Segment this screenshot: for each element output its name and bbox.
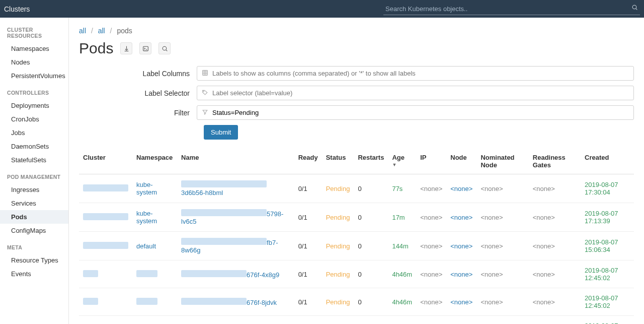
cell-readiness-gates: <none> xyxy=(529,232,581,261)
sidebar-item-namespaces[interactable]: Namespaces xyxy=(0,42,68,55)
label-columns-input[interactable] xyxy=(197,66,634,81)
cell-ip: <none> xyxy=(416,261,446,288)
cell-namespace xyxy=(132,316,177,325)
sort-caret-icon: ▼ xyxy=(392,162,412,167)
cell-name: 3d6b56-h8bml xyxy=(177,174,294,203)
col-namespace[interactable]: Namespace xyxy=(132,149,177,174)
breadcrumb-sep: / xyxy=(110,27,112,35)
sidebar-item-daemonsets[interactable]: DaemonSets xyxy=(0,140,68,153)
cell-node[interactable]: <none> xyxy=(446,316,476,325)
sidebar-item-pods[interactable]: Pods xyxy=(0,210,68,224)
col-nominated-node[interactable]: Nominated Node xyxy=(476,149,528,174)
page-title: Pods xyxy=(79,40,113,57)
search-input[interactable] xyxy=(383,3,640,15)
cell-status: Pending xyxy=(322,261,354,288)
breadcrumb-all-1[interactable]: all xyxy=(79,27,86,35)
sidebar-item-configmaps[interactable]: ConfigMaps xyxy=(0,224,68,237)
col-node[interactable]: Node xyxy=(446,149,476,174)
sidebar-item-deployments[interactable]: Deployments xyxy=(0,99,68,112)
table-row: kube-system3d6b56-h8bml0/1Pending077s<no… xyxy=(79,174,634,203)
cell-name: fb7-8w66g xyxy=(177,232,294,261)
node-link[interactable]: <none> xyxy=(450,298,472,306)
breadcrumb-all-2[interactable]: all xyxy=(98,27,105,35)
cell-nominated-node: <none> xyxy=(476,261,528,288)
cell-status: Pending xyxy=(322,316,354,325)
cell-age: 4h46m xyxy=(388,261,416,288)
col-name[interactable]: Name xyxy=(177,149,294,174)
filter-search-button[interactable] xyxy=(158,42,171,54)
cell-cluster xyxy=(79,203,132,232)
sidebar-item-persistentvolumes[interactable]: PersistentVolumes xyxy=(0,69,68,83)
cell-node[interactable]: <none> xyxy=(446,232,476,261)
cell-restarts: 0 xyxy=(354,203,388,232)
search-icon[interactable] xyxy=(631,4,638,12)
table-row: defaultfb7-8w66g0/1Pending0144m<none><no… xyxy=(79,232,634,261)
filter-label: Filter xyxy=(106,109,197,117)
cell-restarts: 0 xyxy=(354,232,388,261)
pods-table: ClusterNamespaceNameReadyStatusRestartsA… xyxy=(79,149,634,324)
svg-point-10 xyxy=(203,90,204,91)
col-cluster[interactable]: Cluster xyxy=(79,149,132,174)
namespace-link[interactable]: kube-system xyxy=(136,210,157,225)
submit-button[interactable]: Submit xyxy=(204,125,238,140)
redacted-text xyxy=(83,213,128,220)
cell-ip: <none> xyxy=(416,232,446,261)
namespace-link[interactable]: kube-system xyxy=(136,181,157,196)
download-button[interactable] xyxy=(120,42,132,54)
cell-age: 17m xyxy=(388,203,416,232)
sidebar-item-resource-types[interactable]: Resource Types xyxy=(0,253,68,267)
pod-name-link[interactable]: 3d6b56-h8bml xyxy=(181,189,223,197)
col-ip[interactable]: IP xyxy=(416,149,446,174)
sidebar-item-nodes[interactable]: Nodes xyxy=(0,55,68,69)
pod-name-link[interactable]: 676f-4x8g9 xyxy=(247,271,279,279)
sidebar-item-events[interactable]: Events xyxy=(0,267,68,281)
cell-cluster xyxy=(79,288,132,316)
terminal-button[interactable] xyxy=(139,42,151,54)
filter-input[interactable] xyxy=(197,105,634,120)
cell-namespace: default xyxy=(132,232,177,261)
cell-node[interactable]: <none> xyxy=(446,203,476,232)
cell-node[interactable]: <none> xyxy=(446,261,476,288)
col-ready[interactable]: Ready xyxy=(294,149,322,174)
page-header: Pods xyxy=(79,40,634,57)
cell-ready: 0/1 xyxy=(294,316,322,325)
col-created[interactable]: Created xyxy=(581,149,634,174)
node-link[interactable]: <none> xyxy=(450,214,472,221)
col-age[interactable]: Age▼ xyxy=(388,149,416,174)
col-status[interactable]: Status xyxy=(322,149,354,174)
node-link[interactable]: <none> xyxy=(450,271,472,278)
cell-restarts: 0 xyxy=(354,288,388,316)
svg-rect-2 xyxy=(143,46,148,51)
cell-ip: <none> xyxy=(416,174,446,203)
node-link[interactable]: <none> xyxy=(450,242,472,250)
label-selector-input[interactable] xyxy=(197,86,634,100)
cell-readiness-gates: <none> xyxy=(529,316,581,325)
cell-age: 4h46m xyxy=(388,288,416,316)
cell-ready: 0/1 xyxy=(294,203,322,232)
cell-node[interactable]: <none> xyxy=(446,288,476,316)
sidebar-item-statefulsets[interactable]: StatefulSets xyxy=(0,153,68,167)
cell-node[interactable]: <none> xyxy=(446,174,476,203)
cell-namespace xyxy=(132,261,177,288)
sidebar-item-ingresses[interactable]: Ingresses xyxy=(0,183,68,197)
cell-created: 2019-08-07 15:06:34 xyxy=(581,232,634,261)
namespace-link[interactable]: default xyxy=(136,242,156,250)
col-readiness-gates[interactable]: Readiness Gates xyxy=(529,149,581,174)
sidebar-item-services[interactable]: Services xyxy=(0,197,68,210)
cell-name: 676f-8jdvk xyxy=(177,288,294,316)
redacted-text xyxy=(136,270,157,277)
sidebar-section-title: Cluster Resources xyxy=(0,20,68,42)
cell-created: 2019-08-07 17:13:39 xyxy=(581,203,634,232)
table-row: 676f-dmjg40/1Pending04h46m<none><none><n… xyxy=(79,316,634,325)
redacted-text xyxy=(83,270,98,277)
cell-nominated-node: <none> xyxy=(476,174,528,203)
app-title[interactable]: Clusters xyxy=(4,5,30,13)
sidebar-item-jobs[interactable]: Jobs xyxy=(0,126,68,140)
topbar: Clusters xyxy=(0,0,644,18)
sidebar-item-cronjobs[interactable]: CronJobs xyxy=(0,112,68,126)
cell-ready: 0/1 xyxy=(294,261,322,288)
node-link[interactable]: <none> xyxy=(450,185,472,192)
svg-line-4 xyxy=(166,50,167,51)
col-restarts[interactable]: Restarts xyxy=(354,149,388,174)
pod-name-link[interactable]: 676f-8jdvk xyxy=(247,299,277,306)
